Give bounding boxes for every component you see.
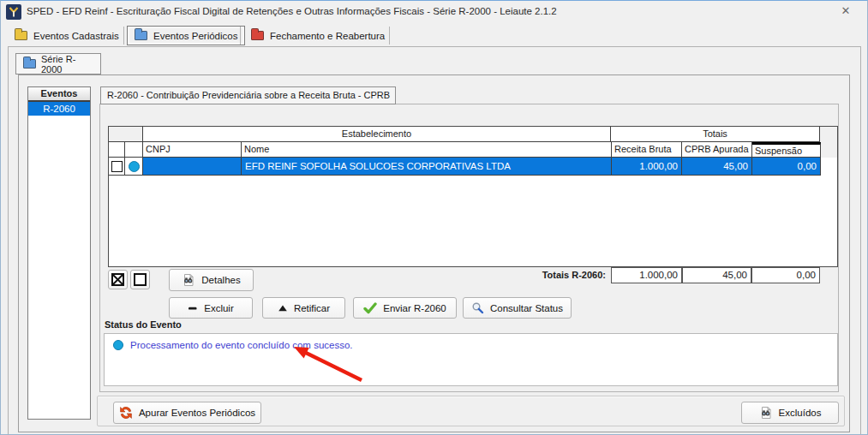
row-status-cell <box>125 158 143 176</box>
cell-receita-bruta[interactable]: 1.000,00 <box>612 158 682 176</box>
folder-blue-icon <box>23 59 36 69</box>
totals-receita-bruta: 1.000,00 <box>611 267 682 283</box>
title-bar: SPED - EFD Reinf - Escrituração Fiscal D… <box>1 1 867 23</box>
empty-box-icon <box>134 273 147 286</box>
folder-red-icon <box>251 31 264 40</box>
group-header-row: Estabelecimento Totais <box>109 127 837 142</box>
totals-label: Totais R-2060: <box>476 270 606 280</box>
tab-label: Eventos Periódicos <box>153 31 237 41</box>
group-header-filler <box>820 127 837 142</box>
binoculars-document-icon <box>182 273 195 287</box>
series-tab-label: Série R-2000 <box>41 54 93 74</box>
status-box: Processamento do evento concluído com su… <box>104 333 838 386</box>
enviar-label: Enviar R-2060 <box>383 303 446 313</box>
checked-box-icon <box>111 273 124 286</box>
tab-fechamento-reabertura[interactable]: Fechamento e Reabertura <box>244 26 392 45</box>
excluir-button[interactable]: Excluir <box>169 297 253 319</box>
column-header-select <box>109 142 125 158</box>
column-header-filler <box>821 142 837 158</box>
group-header-estabelecimento: Estabelecimento <box>142 127 611 142</box>
establishments-table: Estabelecimento Totais CNPJ Nome Receita… <box>108 126 838 267</box>
excluidos-button[interactable]: Excluídos <box>741 402 839 424</box>
close-icon[interactable]: ✕ <box>836 3 855 20</box>
green-check-icon <box>363 302 377 314</box>
app-window: SPED - EFD Reinf - Escrituração Fiscal D… <box>0 0 868 435</box>
tab-eventos-periodicos[interactable]: Eventos Periódicos <box>127 26 245 45</box>
column-header-receita-bruta[interactable]: Receita Bruta <box>612 142 682 158</box>
binoculars-document-icon <box>759 406 773 420</box>
retificar-button[interactable]: Retificar <box>262 297 345 319</box>
select-none-button[interactable] <box>130 270 150 289</box>
consultar-status-button[interactable]: Consultar Status <box>463 297 572 319</box>
tab-eventos-cadastrais[interactable]: Eventos Cadastrais <box>8 26 126 45</box>
status-line: Processamento do evento concluído com su… <box>105 334 837 350</box>
detalhes-label: Detalhes <box>201 275 240 285</box>
totals-cprb-apurada: 45,00 <box>682 267 751 283</box>
consultar-label: Consultar Status <box>490 303 563 313</box>
triangle-up-icon <box>278 303 288 313</box>
enviar-r2060-button[interactable]: Enviar R-2060 <box>353 297 457 319</box>
column-header-nome[interactable]: Nome <box>242 142 612 158</box>
apurar-label: Apurar Eventos Periódicos <box>139 408 255 418</box>
magnifier-icon <box>471 301 484 314</box>
apurar-eventos-periodicos-button[interactable]: Apurar Eventos Periódicos <box>113 402 261 424</box>
main-tab-bar: Eventos Cadastrais Eventos Periódicos Fe… <box>1 25 867 46</box>
tab-label: Fechamento e Reabertura <box>270 31 385 41</box>
cell-suspensao[interactable]: 0,00 <box>752 158 821 176</box>
row-filler <box>821 158 837 176</box>
tab-label: Eventos Cadastrais <box>33 31 119 41</box>
events-list: Eventos R-2060 <box>27 86 91 420</box>
tab-r2060-cprb[interactable]: R-2060 - Contribuição Previdenciária sob… <box>100 86 396 104</box>
tab-separator <box>389 27 390 45</box>
window-title: SPED - EFD Reinf - Escrituração Fiscal D… <box>27 1 557 21</box>
status-circle-icon <box>113 340 123 350</box>
tab-serie-r2000[interactable]: Série R-2000 <box>15 53 101 74</box>
group-header-totais: Totais <box>611 127 820 142</box>
tab-separator <box>123 27 124 45</box>
minus-icon <box>188 303 198 313</box>
refresh-arrows-icon <box>119 406 133 420</box>
column-header-status <box>125 142 143 158</box>
table-row[interactable]: EFD REINF SOFOLHA SOLUCOES CORPORATIVAS … <box>109 158 837 176</box>
row-checkbox[interactable] <box>111 161 123 172</box>
column-header-suspensao[interactable]: Suspensão <box>752 142 821 158</box>
status-do-evento-label: Status do Evento <box>105 319 182 330</box>
cell-cnpj[interactable] <box>143 158 242 176</box>
cell-nome[interactable]: EFD REINF SOFOLHA SOLUCOES CORPORATIVAS … <box>242 158 612 176</box>
totals-suspensao: 0,00 <box>751 267 820 283</box>
retificar-label: Retificar <box>294 303 330 313</box>
row-select-cell[interactable] <box>109 158 125 176</box>
folder-yellow-icon <box>15 31 27 40</box>
tab-separator <box>240 27 241 45</box>
excluidos-label: Excluídos <box>779 408 822 418</box>
cell-cprb-apurada[interactable]: 45,00 <box>682 158 752 176</box>
event-status-circle-icon <box>129 161 140 172</box>
folder-blue-icon <box>135 31 147 40</box>
excluir-label: Excluir <box>204 303 234 313</box>
events-list-header: Eventos <box>28 87 90 102</box>
column-header-cprb-apurada[interactable]: CPRB Apurada <box>682 142 752 158</box>
column-header-row: CNPJ Nome Receita Bruta CPRB Apurada Sus… <box>109 142 837 158</box>
select-all-button[interactable] <box>108 270 128 289</box>
sidebar-item-r2060[interactable]: R-2060 <box>28 102 90 116</box>
column-header-cnpj[interactable]: CNPJ <box>143 142 242 158</box>
detalhes-button[interactable]: Detalhes <box>169 269 254 291</box>
sped-logo-icon <box>6 4 21 20</box>
red-arrow-annotation <box>284 340 378 387</box>
group-header-blank <box>109 127 143 142</box>
